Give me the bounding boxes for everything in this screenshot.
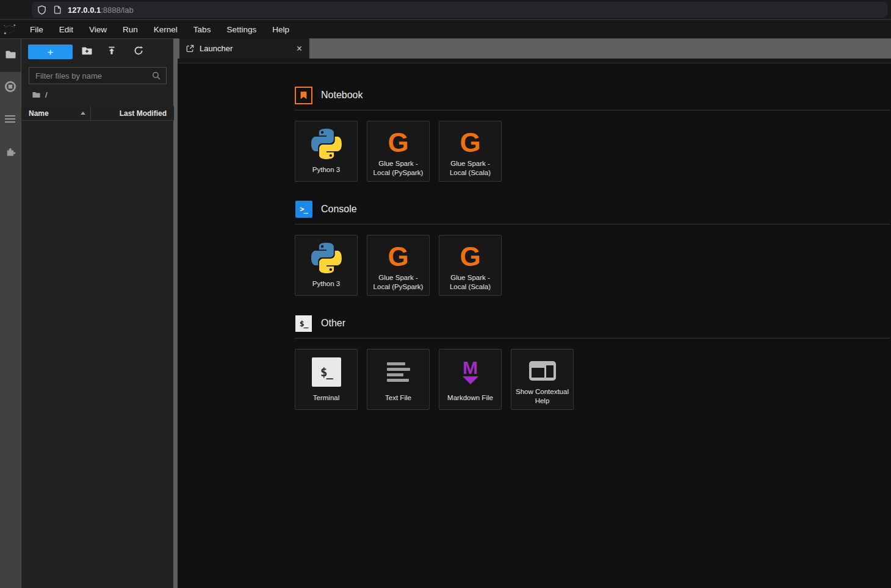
launcher-panel: NotebookPython 3GGlue Spark - Local (PyS…: [178, 63, 891, 588]
section-title: Console: [321, 204, 357, 215]
console-icon: >_: [295, 201, 312, 218]
menu-item-kernel[interactable]: Kernel: [146, 25, 186, 34]
launcher-card-show-contextual-help[interactable]: Show Contextual Help: [511, 349, 574, 410]
launcher-card-terminal[interactable]: $_Terminal: [295, 349, 358, 410]
tab-label: Launcher: [200, 44, 290, 53]
tab-bar-underline: [178, 59, 891, 63]
breadcrumb-root[interactable]: /: [45, 90, 48, 99]
python-logo-icon: [311, 129, 342, 159]
left-activity-bar: [0, 38, 21, 588]
launcher-card-glue-spark-local-scala[interactable]: GGlue Spark - Local (Scala): [439, 121, 502, 182]
filter-files-box: [29, 67, 167, 84]
card-label: Show Contextual Help: [511, 387, 573, 409]
card-label: Markdown File: [439, 390, 501, 409]
card-label: Glue Spark - Local (PySpark): [367, 159, 429, 181]
folder-icon[interactable]: [32, 91, 41, 99]
menu-item-tabs[interactable]: Tabs: [186, 25, 219, 34]
app-body: + /: [0, 38, 891, 588]
contextual-help-icon: [528, 360, 557, 381]
launcher-card-text-file[interactable]: Text File: [367, 349, 430, 410]
url-text: 127.0.0.1:8888/lab: [68, 5, 134, 15]
menu-item-settings[interactable]: Settings: [218, 25, 264, 34]
launcher-sections: NotebookPython 3GGlue Spark - Local (PyS…: [295, 85, 890, 410]
sidebar-tab-extensions[interactable]: [0, 142, 21, 163]
shield-icon[interactable]: [37, 5, 47, 15]
launcher-card-python-3[interactable]: Python 3: [295, 121, 358, 182]
section-title: Notebook: [321, 90, 363, 101]
refresh-icon: [133, 45, 144, 59]
column-header-last-modified[interactable]: Last Modified: [91, 109, 174, 118]
sort-ascending-icon: [81, 112, 85, 115]
new-launcher-button[interactable]: +: [28, 45, 73, 59]
launcher-card-markdown-file[interactable]: MMarkdown File: [439, 349, 502, 410]
section-title: Other: [321, 318, 345, 329]
card-icon-box: M: [439, 354, 501, 390]
card-label: Glue Spark - Local (Scala): [439, 159, 501, 181]
menu-item-edit[interactable]: Edit: [51, 25, 81, 34]
close-icon[interactable]: ×: [295, 44, 303, 54]
tab-launcher[interactable]: Launcher ×: [179, 38, 309, 59]
search-icon: [151, 71, 161, 81]
card-label: Glue Spark - Local (Scala): [439, 273, 501, 295]
upload-icon: [106, 45, 117, 59]
menu-item-run[interactable]: Run: [115, 25, 146, 34]
card-icon-box: G: [439, 126, 501, 159]
card-label: Python 3: [295, 276, 357, 295]
glue-g-icon: G: [388, 129, 408, 156]
panel-splitter-handle[interactable]: [173, 38, 178, 588]
url-bar[interactable]: 127.0.0.1:8888/lab: [32, 2, 887, 18]
plus-icon: +: [48, 47, 54, 57]
url-path: :8888/lab: [101, 5, 134, 15]
file-browser-panel: + /: [21, 38, 173, 588]
card-label: Python 3: [295, 162, 357, 181]
section-divider: [295, 224, 890, 224]
section-divider: [295, 338, 890, 339]
terminal-icon: $_: [312, 357, 341, 387]
glue-g-icon: G: [460, 129, 480, 156]
main-menu-bar: FileEditViewRunKernelTabsSettingsHelp: [0, 20, 891, 38]
glue-g-icon: G: [460, 243, 480, 270]
section-header: Notebook: [295, 85, 890, 105]
file-list-header: Name Last Modified: [21, 106, 174, 121]
menu-item-help[interactable]: Help: [264, 25, 297, 34]
column-header-name[interactable]: Name: [21, 106, 91, 120]
card-icon-box: G: [367, 126, 429, 159]
launcher-card-glue-spark-local-scala[interactable]: GGlue Spark - Local (Scala): [439, 235, 502, 296]
launcher-card-glue-spark-local-pyspark[interactable]: GGlue Spark - Local (PySpark): [367, 235, 430, 296]
launcher-icon: [186, 44, 195, 53]
card-row: Python 3GGlue Spark - Local (PySpark)GGl…: [295, 235, 890, 296]
filter-files-input[interactable]: [35, 71, 151, 81]
launcher-card-python-3[interactable]: Python 3: [295, 235, 358, 296]
card-icon-box: G: [367, 240, 429, 273]
menu-item-file[interactable]: File: [22, 25, 51, 34]
section-icon-box: $_: [295, 315, 312, 332]
sidebar-tab-running-sessions[interactable]: [0, 77, 21, 99]
browser-toolbar: 127.0.0.1:8888/lab: [0, 0, 891, 20]
upload-button[interactable]: [106, 46, 118, 58]
other-prompt-icon: $_: [295, 315, 312, 332]
card-icon-box: [511, 354, 573, 387]
puzzle-icon: [5, 146, 16, 160]
launcher-card-glue-spark-local-pyspark[interactable]: GGlue Spark - Local (PySpark): [367, 121, 430, 182]
card-row: $_TerminalText FileMMarkdown FileShow Co…: [295, 349, 890, 410]
jupyter-logo-icon: [2, 22, 17, 37]
page-icon[interactable]: [52, 5, 62, 15]
section-divider: [295, 110, 890, 110]
sidebar-tab-file-browser[interactable]: [0, 39, 21, 72]
card-label: Glue Spark - Local (PySpark): [367, 273, 429, 295]
refresh-button[interactable]: [132, 46, 145, 58]
section-header: $_Other: [295, 314, 890, 333]
card-icon-box: [295, 126, 357, 162]
launcher-section-other: $_Other$_TerminalText FileMMarkdown File…: [295, 314, 890, 410]
launcher-section-console: >_ConsolePython 3GGlue Spark - Local (Py…: [295, 199, 890, 296]
card-icon-box: $_: [295, 354, 357, 390]
text-file-icon: [387, 362, 410, 382]
new-folder-button[interactable]: [81, 46, 93, 58]
card-icon-box: G: [439, 240, 501, 273]
section-icon-box: [295, 87, 312, 104]
sidebar-tab-table-of-contents[interactable]: [0, 109, 21, 131]
stop-circle-icon: [4, 81, 16, 95]
menu-item-view[interactable]: View: [81, 25, 115, 34]
card-icon-box: [367, 354, 429, 390]
notebook-icon: [295, 87, 312, 104]
